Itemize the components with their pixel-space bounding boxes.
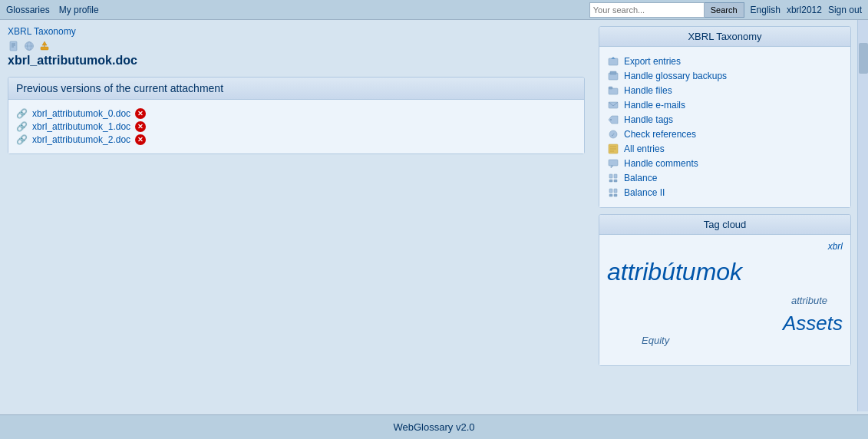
- check-references-link[interactable]: Check references: [624, 129, 696, 140]
- user-label: xbrl2012: [787, 5, 822, 15]
- handle-comments-link[interactable]: Handle comments: [624, 158, 698, 169]
- handle-tags-link[interactable]: Handle tags: [624, 114, 673, 125]
- handle-files-link[interactable]: Handle files: [624, 85, 672, 96]
- my-profile-link[interactable]: My profile: [59, 5, 99, 15]
- svg-marker-26: [611, 166, 613, 168]
- doc-icons-row: [8, 40, 585, 52]
- email-icon: [607, 99, 619, 111]
- prev-versions-body: 🔗 xbrl_attributumok_0.doc ✕ 🔗 xbrl_attri…: [8, 100, 584, 153]
- tag-assets[interactable]: Assets: [783, 312, 843, 335]
- vertical-scrollbar[interactable]: [857, 20, 868, 411]
- main-wrapper: XBRL Taxonomy: [0, 20, 868, 411]
- taxonomy-link-row-3: Handle e-mails: [607, 99, 843, 111]
- tag-attribute[interactable]: attribute: [791, 295, 827, 306]
- export-icon: [607, 55, 619, 68]
- svg-text:✓: ✓: [611, 132, 616, 137]
- top-navigation: Glossaries My profile Search English xbr…: [0, 0, 868, 20]
- file-link-0[interactable]: xbrl_attributumok_0.doc: [32, 108, 130, 119]
- svg-rect-27: [609, 174, 612, 178]
- taxonomy-link-row-7: Handle comments: [607, 157, 843, 170]
- references-icon: ✓: [607, 128, 619, 140]
- svg-rect-7: [41, 47, 48, 50]
- delete-icon-1[interactable]: ✕: [135, 121, 146, 132]
- taxonomy-panel: XBRL Taxonomy Export entries: [599, 26, 851, 208]
- all-entries-link[interactable]: All entries: [624, 144, 665, 154]
- taxonomy-link-row-5: ✓ Check references: [607, 128, 843, 140]
- right-sidebar: XBRL Taxonomy Export entries: [592, 20, 857, 411]
- doc-title: xbrl_attributumok.doc: [8, 54, 585, 68]
- tags-icon: [607, 114, 619, 126]
- taxonomy-panel-body: Export entries Handle glossary backups: [599, 47, 850, 207]
- svg-point-18: [610, 119, 612, 120]
- search-input[interactable]: [589, 2, 705, 18]
- footer: WebGlossary v2.0: [0, 414, 868, 439]
- file-row-1: 🔗 xbrl_attributumok_1.doc ✕: [16, 121, 576, 132]
- nav-links: Glossaries My profile: [6, 5, 99, 15]
- export-entries-link[interactable]: Export entries: [624, 56, 681, 67]
- globe-icon: [23, 40, 35, 52]
- svg-rect-0: [10, 41, 17, 51]
- svg-marker-11: [611, 57, 616, 59]
- taxonomy-link-row-8: Balance: [607, 172, 843, 184]
- prev-versions-header: Previous versions of the current attachm…: [8, 78, 584, 100]
- svg-rect-30: [614, 180, 617, 182]
- handle-emails-link[interactable]: Handle e-mails: [624, 100, 685, 111]
- attach-icon-0: 🔗: [16, 108, 28, 119]
- balance-icon: [607, 172, 619, 184]
- breadcrumb-link[interactable]: XBRL Taxonomy: [8, 26, 76, 37]
- scroll-thumb[interactable]: [859, 43, 868, 74]
- file-row-2: 🔗 xbrl_attributumok_2.doc ✕: [16, 134, 576, 145]
- file-link-1[interactable]: xbrl_attributumok_1.doc: [32, 121, 130, 132]
- svg-rect-32: [614, 189, 617, 193]
- balance2-link[interactable]: Balance II: [624, 187, 665, 198]
- svg-rect-10: [609, 58, 618, 65]
- handle-glossary-backups-link[interactable]: Handle glossary backups: [624, 71, 727, 81]
- taxonomy-link-row-0: Export entries: [607, 55, 843, 68]
- tag-cloud-header: Tag cloud: [599, 215, 850, 235]
- svg-rect-15: [609, 87, 612, 89]
- delete-icon-2[interactable]: ✕: [135, 134, 146, 145]
- tag-xbrl[interactable]: xbrl: [828, 241, 843, 252]
- svg-rect-28: [614, 174, 617, 178]
- attach-icon-1: 🔗: [16, 121, 28, 132]
- svg-rect-13: [610, 71, 616, 74]
- search-button[interactable]: Search: [705, 2, 744, 18]
- file-row-0: 🔗 xbrl_attributumok_0.doc ✕: [16, 108, 576, 119]
- doc-icon: [8, 40, 20, 52]
- breadcrumb: XBRL Taxonomy: [8, 26, 585, 37]
- upload-icon[interactable]: [38, 40, 51, 52]
- entries-icon: [607, 143, 619, 155]
- previous-versions-panel: Previous versions of the current attachm…: [8, 77, 585, 154]
- balance2-icon: [607, 186, 619, 199]
- taxonomy-link-row-1: Handle glossary backups: [607, 70, 843, 82]
- svg-rect-25: [609, 160, 618, 166]
- backup-icon: [607, 70, 619, 82]
- svg-rect-34: [614, 194, 617, 196]
- attach-icon-2: 🔗: [16, 134, 28, 145]
- file-link-2[interactable]: xbrl_attributumok_2.doc: [32, 134, 130, 145]
- svg-rect-33: [609, 194, 612, 196]
- sign-out-link[interactable]: Sign out: [828, 5, 862, 15]
- left-panel: XBRL Taxonomy: [0, 20, 592, 411]
- svg-marker-17: [609, 116, 618, 124]
- taxonomy-panel-header: XBRL Taxonomy: [599, 27, 850, 47]
- search-box: Search: [589, 2, 744, 18]
- taxonomy-link-row-6: All entries: [607, 143, 843, 155]
- svg-rect-31: [609, 189, 612, 193]
- delete-icon-0[interactable]: ✕: [135, 108, 146, 119]
- svg-rect-29: [609, 180, 612, 182]
- taxonomy-link-row-4: Handle tags: [607, 114, 843, 126]
- balance-link[interactable]: Balance: [624, 173, 657, 183]
- taxonomy-link-row-2: Handle files: [607, 84, 843, 97]
- nav-right: Search English xbrl2012 Sign out: [589, 2, 862, 18]
- glossaries-link[interactable]: Glossaries: [6, 5, 50, 15]
- footer-label: WebGlossary v2.0: [394, 421, 475, 433]
- tag-cloud-body: xbrl attribútumok attribute Assets Equit…: [599, 235, 850, 365]
- comments-icon: [607, 157, 619, 170]
- tag-equity[interactable]: Equity: [642, 335, 669, 346]
- files-icon: [607, 84, 619, 97]
- language-selector[interactable]: English: [751, 5, 781, 15]
- taxonomy-link-row-9: Balance II: [607, 186, 843, 199]
- tag-attributumok[interactable]: attribútumok: [607, 258, 742, 286]
- tag-cloud-panel: Tag cloud xbrl attribútumok attribute As…: [599, 214, 851, 366]
